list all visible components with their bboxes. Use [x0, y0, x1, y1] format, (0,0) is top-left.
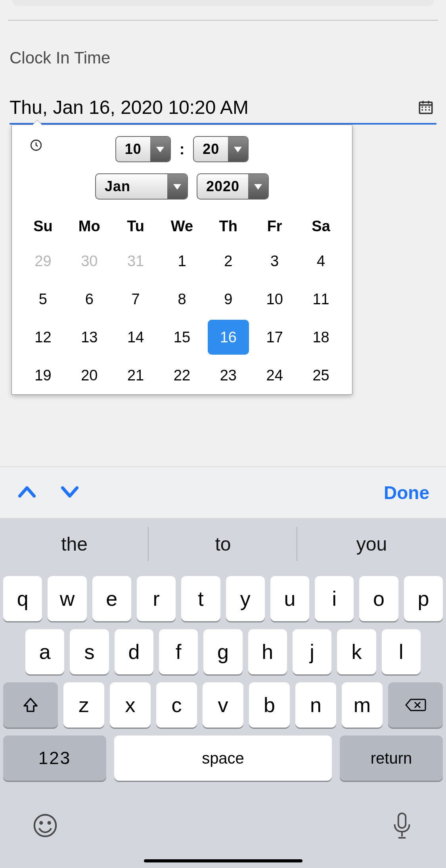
svg-marker-5 — [254, 184, 262, 190]
key-s[interactable]: s — [70, 629, 109, 674]
calendar-day[interactable]: 29 — [20, 242, 66, 280]
done-button[interactable]: Done — [384, 482, 429, 503]
calendar-day[interactable]: 25 — [298, 356, 344, 394]
key-o[interactable]: o — [359, 576, 398, 621]
svg-point-7 — [40, 822, 42, 824]
calendar-day[interactable]: 20 — [66, 356, 113, 394]
key-g[interactable]: g — [203, 629, 242, 674]
key-n[interactable]: n — [295, 682, 336, 728]
hour-select[interactable]: 10 — [115, 136, 171, 162]
key-c[interactable]: c — [156, 682, 197, 728]
home-indicator[interactable] — [144, 859, 302, 862]
calendar-day[interactable]: 30 — [66, 242, 113, 280]
suggestion[interactable]: the — [0, 518, 149, 570]
backspace-key[interactable] — [388, 682, 443, 728]
shift-key[interactable] — [3, 682, 58, 728]
time-colon: : — [180, 141, 185, 158]
key-h[interactable]: h — [248, 629, 287, 674]
calendar-day[interactable]: 6 — [66, 280, 113, 318]
key-i[interactable]: i — [315, 576, 354, 621]
suggestion-bar: thetoyou — [0, 518, 446, 570]
suggestion[interactable]: to — [149, 518, 297, 570]
calendar-day[interactable]: 12 — [20, 318, 66, 356]
calendar-day[interactable]: 15 — [159, 318, 205, 356]
hour-value: 10 — [116, 137, 150, 161]
calendar-day[interactable]: 1 — [159, 242, 205, 280]
calendar-day[interactable]: 2 — [205, 242, 251, 280]
return-key[interactable]: return — [340, 735, 443, 781]
minute-select[interactable]: 20 — [193, 136, 249, 162]
key-p[interactable]: p — [404, 576, 443, 621]
calendar-day[interactable]: 7 — [113, 280, 159, 318]
calendar-day[interactable]: 24 — [251, 356, 298, 394]
weekday-header: Tu — [113, 211, 159, 242]
prev-field-button[interactable] — [17, 482, 37, 504]
weekday-header: Th — [205, 211, 251, 242]
top-card-stub — [12, 0, 434, 6]
chevron-down-icon — [228, 137, 248, 161]
key-w[interactable]: w — [48, 576, 86, 621]
calendar-day[interactable]: 10 — [251, 280, 298, 318]
calendar-icon[interactable] — [417, 99, 434, 115]
calendar-day[interactable]: 4 — [298, 242, 344, 280]
weekday-header: Su — [20, 211, 66, 242]
key-a[interactable]: a — [25, 629, 64, 674]
month-select[interactable]: Jan — [95, 173, 188, 200]
key-f[interactable]: f — [159, 629, 198, 674]
calendar-day[interactable]: 3 — [251, 242, 298, 280]
calendar-day[interactable]: 16 — [205, 318, 251, 356]
weekday-header: Fr — [251, 211, 298, 242]
space-key[interactable]: space — [114, 735, 332, 781]
weekday-header: We — [159, 211, 205, 242]
calendar-day[interactable]: 19 — [20, 356, 66, 394]
keyboard-accessory: Done — [0, 467, 446, 518]
calendar-day[interactable]: 5 — [20, 280, 66, 318]
svg-point-8 — [48, 822, 50, 824]
suggestion[interactable]: you — [297, 518, 446, 570]
key-e[interactable]: e — [92, 576, 131, 621]
svg-marker-4 — [173, 184, 181, 190]
calendar-day[interactable]: 8 — [159, 280, 205, 318]
key-x[interactable]: x — [110, 682, 151, 728]
key-t[interactable]: t — [181, 576, 220, 621]
clock-in-input[interactable] — [10, 91, 417, 123]
calendar-day[interactable]: 31 — [113, 242, 159, 280]
calendar-day[interactable]: 17 — [251, 318, 298, 356]
calendar-day[interactable]: 18 — [298, 318, 344, 356]
calendar-day[interactable]: 11 — [298, 280, 344, 318]
key-m[interactable]: m — [342, 682, 383, 728]
next-field-button[interactable] — [59, 482, 80, 504]
key-u[interactable]: u — [270, 576, 309, 621]
year-value: 2020 — [197, 174, 248, 199]
key-d[interactable]: d — [115, 629, 153, 674]
calendar-day[interactable]: 9 — [205, 280, 251, 318]
weekday-header: Mo — [66, 211, 113, 242]
clock-in-field[interactable] — [10, 91, 436, 125]
chevron-down-icon — [167, 174, 187, 199]
field-label: Clock In Time — [10, 48, 436, 67]
clock-icon — [29, 138, 43, 155]
key-q[interactable]: q — [3, 576, 42, 621]
calendar-day[interactable]: 21 — [113, 356, 159, 394]
month-value: Jan — [96, 174, 167, 199]
key-k[interactable]: k — [337, 629, 376, 674]
emoji-key[interactable] — [32, 812, 59, 841]
calendar-day[interactable]: 22 — [159, 356, 205, 394]
dictation-key[interactable] — [390, 811, 414, 842]
numbers-key[interactable]: 123 — [3, 735, 106, 781]
calendar-day[interactable]: 23 — [205, 356, 251, 394]
key-r[interactable]: r — [137, 576, 176, 621]
key-b[interactable]: b — [249, 682, 290, 728]
calendar-day[interactable]: 14 — [113, 318, 159, 356]
key-j[interactable]: j — [293, 629, 331, 674]
svg-marker-2 — [156, 147, 164, 152]
key-l[interactable]: l — [382, 629, 421, 674]
divider — [8, 20, 438, 21]
key-y[interactable]: y — [226, 576, 265, 621]
key-z[interactable]: z — [63, 682, 104, 728]
chevron-down-icon — [150, 137, 170, 161]
year-select[interactable]: 2020 — [197, 173, 269, 200]
key-v[interactable]: v — [203, 682, 243, 728]
calendar-day[interactable]: 13 — [66, 318, 113, 356]
keyboard: qwertyuiop asdfghjkl zxcvbnm 123 space r… — [0, 570, 446, 868]
